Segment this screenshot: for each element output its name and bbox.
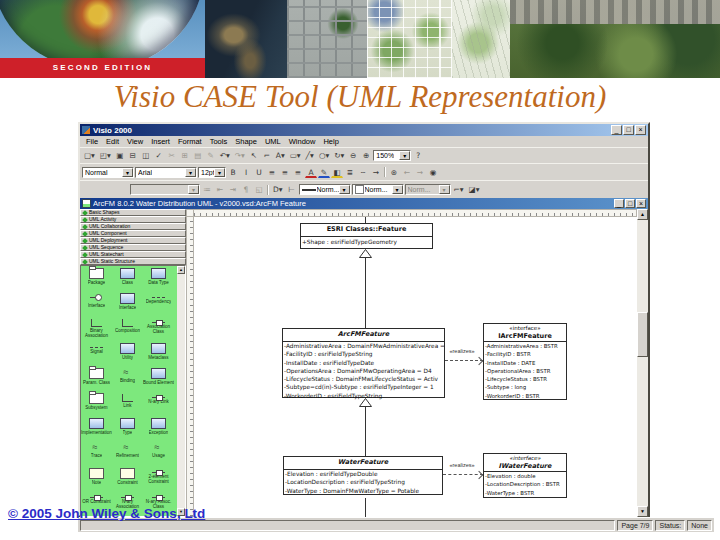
menu-item[interactable]: Window — [285, 136, 320, 147]
rotate-tool-icon[interactable]: ↻▾ — [332, 150, 346, 161]
align-left-icon[interactable]: ≡ — [266, 167, 278, 178]
pointer-tool-icon[interactable]: ↖ — [248, 150, 260, 161]
stencil-shape[interactable]: Interface — [81, 291, 112, 316]
stencil-shape[interactable]: Interface — [112, 291, 143, 316]
line-ends-icon[interactable]: → — [370, 167, 382, 178]
stencil-shape[interactable]: Binding — [112, 366, 143, 391]
menu-item[interactable]: Format — [174, 136, 206, 147]
chevron-down-icon[interactable]: ▾ — [339, 185, 350, 194]
uml-interface-iarcfm-feature[interactable]: «interface» IArcFMFeature -Administrativ… — [483, 323, 567, 400]
stencil-shape[interactable]: Utility — [112, 341, 143, 366]
stencil-shape[interactable]: Class — [112, 266, 143, 291]
menu-item[interactable]: Tools — [206, 136, 232, 147]
chevron-down-icon[interactable]: ▾ — [185, 168, 196, 177]
stencil-shape[interactable]: Refinement — [112, 441, 143, 466]
line-tool-icon[interactable]: ╱▾ — [304, 150, 316, 161]
italic-icon[interactable]: I — [240, 167, 252, 178]
drawing-canvas[interactable]: ESRI Classes::Feature +Shape : esriField… — [194, 217, 637, 517]
menu-item[interactable]: UML — [261, 136, 285, 147]
stencil-shape[interactable]: Param. Class — [81, 366, 112, 391]
stencil-section-header[interactable]: UML Collaboration — [80, 223, 186, 230]
redo-icon[interactable]: ↷▾ — [233, 150, 247, 161]
stencil-section-header[interactable]: UML Sequence — [80, 244, 186, 251]
print-preview-icon[interactable]: ◫ — [140, 150, 152, 161]
stencil-section-header[interactable]: UML Static Structure — [80, 258, 186, 265]
chevron-down-icon[interactable]: ▾ — [214, 168, 225, 177]
align-center-icon[interactable]: ≡ — [279, 167, 291, 178]
stencil-shape[interactable]: Subsystem — [81, 391, 112, 416]
menu-item[interactable]: Help — [319, 136, 342, 147]
vertical-scrollbar[interactable]: ▲ ▼ — [637, 209, 648, 517]
cut-icon[interactable]: ✂ — [166, 150, 178, 161]
menu-item[interactable]: View — [123, 136, 147, 147]
print-icon[interactable]: ⊟ — [127, 150, 139, 161]
stencil-shape[interactable]: Association Class — [143, 316, 174, 341]
line-weight-icon[interactable]: ≣ — [344, 167, 356, 178]
stencil-shape[interactable]: Signal — [81, 341, 112, 366]
doc-minimize-icon[interactable]: _ — [614, 199, 624, 208]
zoom-out-icon[interactable]: ⊖ — [347, 150, 359, 161]
undo-icon[interactable]: ↶▾ — [218, 150, 232, 161]
align-right-icon[interactable]: ≡ — [292, 167, 304, 178]
stencil-shape[interactable]: Binary Association — [81, 316, 112, 341]
stencil-shape[interactable]: Package — [81, 266, 112, 291]
stencil-shape[interactable]: Link — [112, 391, 143, 416]
scroll-up-icon[interactable]: ▲ — [637, 209, 648, 220]
chevron-down-icon[interactable]: ▾ — [122, 168, 133, 177]
stencil-shape[interactable]: 2-element Constraint — [143, 466, 174, 491]
line-color-icon[interactable]: ✎ — [318, 167, 330, 178]
stencil-shape[interactable]: Data Type — [143, 266, 174, 291]
menu-item[interactable]: Insert — [147, 136, 174, 147]
rectangle-tool-icon[interactable]: ▭▾ — [288, 150, 303, 161]
stencil-shape[interactable]: Usage — [143, 441, 174, 466]
uml-interface-iwater-feature[interactable]: «interface» IWaterFeature -Elevation : d… — [483, 453, 567, 498]
scroll-up-icon[interactable]: ▲ — [177, 266, 185, 274]
stencil-section-header[interactable]: UML Activity — [80, 216, 186, 223]
database-dropdown-icon[interactable]: D▾ — [271, 184, 285, 195]
connection-point-icon[interactable]: ◉ — [427, 167, 439, 178]
stencil-section-header[interactable]: UML Component — [80, 230, 186, 237]
connector-tool-icon[interactable]: ⌐ — [261, 150, 273, 161]
help-icon[interactable]: ? — [412, 150, 424, 161]
zoom-in-icon[interactable]: ⊕ — [360, 150, 372, 161]
text-tool-icon[interactable]: A▾ — [274, 150, 287, 161]
shadow-icon[interactable]: ◪▾ — [467, 184, 482, 195]
text-color-icon[interactable]: A — [305, 167, 317, 178]
increase-indent-icon[interactable]: ⇥ — [227, 184, 239, 195]
new-icon[interactable]: ▢▾ — [82, 150, 97, 161]
fill-color-icon[interactable]: ◧ — [331, 167, 343, 178]
menu-item[interactable]: File — [82, 136, 102, 147]
save-icon[interactable]: ▣ — [114, 150, 126, 161]
style-combo[interactable]: Normal ▾ — [82, 167, 134, 178]
uml-class-arcfm-feature[interactable]: ArcFMFeature -AdministrativeArea : Domai… — [282, 328, 445, 398]
stencil-section-header[interactable]: UML Statechart — [80, 251, 186, 258]
minimize-icon[interactable]: _ — [611, 125, 622, 135]
open-icon[interactable]: ◰▾ — [98, 150, 113, 161]
stencil-shape[interactable]: Note — [81, 466, 112, 491]
doc-close-icon[interactable]: × — [636, 199, 646, 208]
stencil-shape[interactable]: Type — [112, 416, 143, 441]
back-icon[interactable]: ← — [401, 167, 413, 178]
corner-rounding-icon[interactable]: ⌐▾ — [452, 184, 466, 195]
underline-icon[interactable]: U — [253, 167, 265, 178]
scroll-down-icon[interactable]: ▼ — [637, 506, 648, 517]
stencil-section-header[interactable]: Basic Shapes — [80, 209, 186, 216]
stencil-shape[interactable]: Implementation — [81, 416, 112, 441]
format-painter-icon[interactable]: ✎ — [205, 150, 217, 161]
stencil-shape[interactable]: Composition — [112, 316, 143, 341]
stencil-shape[interactable]: Exception — [143, 416, 174, 441]
copyright-link[interactable]: © 2005 John Wiley & Sons, Ltd — [8, 506, 205, 521]
forward-icon[interactable]: → — [414, 167, 426, 178]
maximize-icon[interactable]: □ — [623, 125, 634, 135]
glue-icon[interactable]: ⊢ — [286, 184, 298, 195]
uml-class-water-feature[interactable]: WaterFeature -Elevation : esriFieldTypeD… — [283, 456, 443, 495]
menu-item[interactable]: Edit — [102, 136, 123, 147]
chevron-down-icon[interactable]: ▾ — [392, 185, 403, 194]
line-pattern-icon[interactable]: ┄ — [357, 167, 369, 178]
bullet-list-icon[interactable]: ≔ — [201, 184, 213, 195]
stencil-section-header[interactable]: UML Deployment — [80, 237, 186, 244]
bold-icon[interactable]: B — [227, 167, 239, 178]
font-combo[interactable]: Arial ▾ — [135, 167, 197, 178]
stencil-shape[interactable]: Constraint — [112, 466, 143, 491]
scrollbar-thumb[interactable] — [637, 312, 648, 357]
